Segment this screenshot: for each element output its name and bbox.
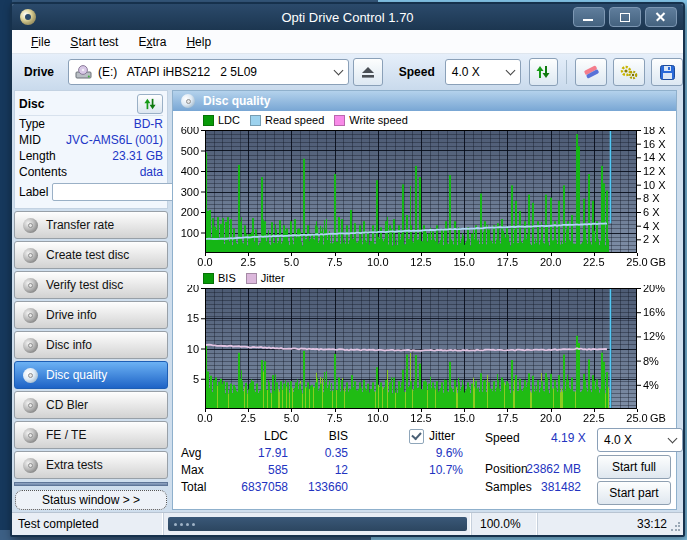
ldc-chart-canvas[interactable] [175, 127, 675, 269]
disc-type-value: BD-R [134, 117, 163, 131]
drive-value: (E:) ATAPI iHBS212 2 5L09 [98, 65, 257, 79]
panel-header: Disc quality [173, 91, 676, 111]
status-message: Test completed [18, 517, 99, 531]
jitter-checkbox[interactable] [409, 429, 424, 444]
bis-chart-canvas[interactable] [175, 285, 675, 425]
panel-title: Disc quality [203, 94, 270, 108]
sidebar-item-disc-quality[interactable]: Disc quality [14, 361, 168, 389]
close-button[interactable] [645, 7, 677, 27]
disc-panel-title: Disc [19, 97, 44, 111]
sidebar-item-drive-info[interactable]: Drive info [14, 301, 168, 329]
disc-length-value: 23.31 GB [112, 149, 163, 163]
minimize-icon [583, 19, 593, 21]
bis-column-header: BIS [298, 429, 348, 443]
menu-extra[interactable]: Extra [129, 32, 175, 52]
sidebar-item-create-test-disc[interactable]: Create test disc [14, 241, 168, 269]
save-button[interactable] [651, 58, 683, 86]
sidebar-item-disc-info[interactable]: Disc info [14, 331, 168, 359]
maximize-icon [620, 13, 630, 22]
maximize-button[interactable] [609, 7, 641, 27]
start-part-button[interactable]: Start part [597, 481, 671, 505]
speed-select[interactable]: 4.0 X [445, 59, 521, 85]
elapsed-time-cell: 33:12 [538, 513, 683, 535]
avg-ldc: 17.91 [233, 446, 288, 460]
max-ldc: 585 [233, 463, 288, 477]
legend-ldc: LDC [203, 114, 240, 126]
status-bar: Test completed 100.0% 33:12 [12, 512, 683, 535]
title-bar[interactable]: Opti Drive Control 1.70 [12, 4, 683, 30]
app-disc-icon [20, 9, 36, 25]
speed-value: 4.0 X [452, 65, 480, 79]
drive-select[interactable]: (E:) ATAPI iHBS212 2 5L09 [68, 59, 349, 85]
max-row-label: Max [181, 463, 204, 477]
eject-button[interactable] [353, 58, 383, 86]
avg-jitter: 9.6% [413, 446, 463, 460]
legend-bis: BIS [203, 272, 236, 284]
legend-read-speed: Read speed [250, 114, 324, 126]
total-bis: 133660 [298, 480, 348, 494]
disc-mid-value: JVC-AMS6L (001) [66, 133, 163, 147]
disc-contents-value: data [140, 165, 163, 179]
refresh-disc-button[interactable] [137, 94, 163, 114]
disc-info-panel: Disc Type BD-R MID JVC-AMS6L (001) Lengt… [14, 90, 168, 209]
progress-percent: 100.0% [480, 517, 521, 531]
settings-button[interactable] [613, 58, 645, 86]
total-row-label: Total [181, 480, 206, 494]
test-speed-select[interactable]: 4.0 X [597, 428, 683, 452]
eraser-icon [583, 65, 600, 79]
disc-quality-panel: Disc quality LDC Read speed Write speed … [172, 90, 677, 510]
menu-help[interactable]: Help [177, 32, 220, 52]
checkmark-icon [411, 430, 421, 441]
read-speed-swatch [250, 115, 261, 126]
refresh-button[interactable] [529, 58, 559, 86]
max-jitter: 10.7% [413, 463, 463, 477]
app-window: Opti Drive Control 1.70 File Start test … [10, 2, 685, 537]
disc-icon [23, 428, 38, 443]
write-speed-swatch [334, 115, 345, 126]
disc-length-label: Length [19, 149, 56, 163]
elapsed-time: 33:12 [637, 517, 667, 531]
content-area: Disc Type BD-R MID JVC-AMS6L (001) Lengt… [12, 90, 683, 512]
speed-result-label: Speed [485, 431, 520, 445]
speed-label: Speed [399, 65, 435, 79]
sidebar-item-verify-test-disc[interactable]: Verify test disc [14, 271, 168, 299]
samples-value: 381482 [503, 480, 581, 494]
chart-legend: LDC Read speed Write speed [203, 113, 676, 127]
resize-grip[interactable] [670, 522, 680, 532]
menu-start-test[interactable]: Start test [61, 32, 127, 52]
disc-mid-row: MID JVC-AMS6L (001) [19, 132, 163, 148]
sidebar-item-transfer-rate[interactable]: Transfer rate [14, 211, 168, 239]
disc-label-label: Label [19, 185, 48, 199]
disc-icon [23, 308, 38, 323]
drive-icon [75, 65, 92, 80]
legend-jitter: Jitter [246, 272, 285, 284]
disc-contents-label: Contents [19, 165, 67, 179]
sidebar-item-cd-bler[interactable]: CD Bler [14, 391, 168, 419]
gears-icon [620, 65, 638, 80]
disc-icon [23, 368, 38, 383]
minimize-button[interactable] [573, 7, 605, 27]
refresh-icon [536, 65, 550, 79]
sidebar: Disc Type BD-R MID JVC-AMS6L (001) Lengt… [12, 90, 170, 512]
disc-contents-row: Contents data [19, 164, 163, 180]
disc-label-row: Label [19, 180, 163, 204]
sidebar-item-fe-te[interactable]: FE / TE [14, 421, 168, 449]
sidebar-filler [14, 482, 168, 486]
ldc-swatch [203, 115, 214, 126]
menu-file[interactable]: File [22, 32, 59, 52]
chart-legend: BIS Jitter [203, 271, 676, 285]
menu-bar: File Start test Extra Help [12, 30, 683, 54]
erase-disc-button[interactable] [575, 58, 607, 86]
disc-icon [23, 458, 38, 473]
jitter-swatch [246, 273, 257, 284]
disc-icon [23, 218, 38, 233]
sidebar-item-extra-tests[interactable]: Extra tests [14, 451, 168, 479]
disc-type-row: Type BD-R [19, 116, 163, 132]
start-full-button[interactable]: Start full [597, 455, 671, 479]
total-ldc: 6837058 [233, 480, 288, 494]
disc-type-label: Type [19, 117, 45, 131]
toolbar-separator [566, 60, 567, 84]
disc-icon [181, 94, 195, 108]
disc-icon [23, 278, 38, 293]
status-window-button[interactable]: Status window > > [15, 490, 167, 510]
